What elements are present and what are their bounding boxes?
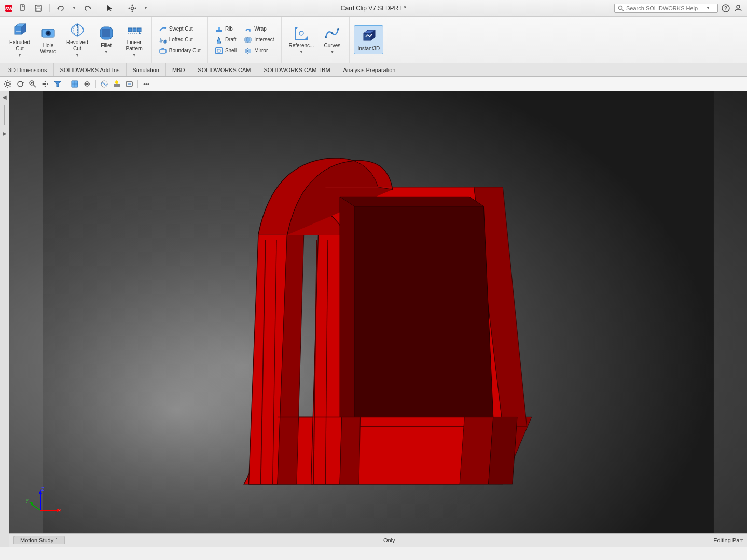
viewport[interactable]: z x y Motion Study 1 Only Editing Part (9, 91, 747, 547)
linear-pattern-dropdown[interactable]: ▼ (132, 53, 136, 58)
collapse-left-btn[interactable]: ◀ (1, 93, 8, 101)
y-axis-label: y (26, 497, 29, 503)
statusbar: Motion Study 1 Only Editing Part (9, 533, 747, 547)
undo-btn[interactable] (54, 3, 67, 13)
svg-rect-44 (217, 49, 220, 52)
fillet-dropdown[interactable]: ▼ (104, 50, 108, 54)
svg-marker-6 (57, 7, 59, 10)
rib-btn[interactable]: Rib (212, 24, 239, 34)
tab-solidworks-addins[interactable]: SOLIDWORKS Add-Ins (54, 63, 127, 76)
svg-marker-8 (107, 5, 112, 11)
left-panel: ◀ ▶ (0, 91, 9, 547)
extruded-cut-btn[interactable]: ExtrudedCut ▼ (6, 20, 33, 60)
tab-solidworks-cam[interactable]: SOLIDWORKS CAM (191, 63, 257, 76)
svg-text:SW: SW (5, 6, 13, 11)
hide-show-btn[interactable] (81, 78, 93, 90)
cursor-btn[interactable] (104, 3, 116, 13)
fillet-label: Fillet (101, 43, 112, 49)
instant3d-btn[interactable]: Instant3D (354, 25, 383, 54)
search-input[interactable] (626, 5, 704, 11)
svg-marker-111 (354, 206, 493, 417)
rotate-view-btn[interactable] (15, 78, 26, 90)
expand-left-btn[interactable]: ▶ (1, 130, 8, 137)
x-axis-label: x (58, 508, 61, 513)
tab-mbd[interactable]: MBD (166, 63, 191, 76)
tab-solidworks-cam-tbm[interactable]: SOLIDWORKS CAM TBM (257, 63, 337, 76)
user-icon[interactable] (734, 4, 743, 13)
svg-point-93 (115, 81, 118, 84)
svg-marker-7 (90, 7, 91, 10)
tab-analysis-preparation[interactable]: Analysis Preparation (337, 63, 403, 76)
curves-btn[interactable]: Curves ▼ (319, 23, 345, 57)
toolbar2: ••• (0, 77, 747, 91)
view-settings-btn[interactable] (2, 78, 13, 90)
mirror-btn[interactable]: Mirror (241, 46, 276, 56)
view-settings2-btn[interactable] (123, 78, 135, 90)
options-dropdown[interactable]: ▼ (142, 5, 150, 11)
selection-filter-btn[interactable] (52, 78, 63, 90)
options-btn[interactable] (126, 3, 139, 13)
tools-left-stack: Rib Draft Shell (212, 24, 239, 56)
draft-btn[interactable]: Draft (212, 35, 239, 45)
extruded-cut-dropdown[interactable]: ▼ (18, 53, 22, 58)
zoom-btn[interactable] (27, 78, 38, 90)
new-btn[interactable] (17, 3, 29, 13)
z-axis-label: z (42, 486, 44, 492)
main-area: ◀ ▶ (0, 91, 747, 547)
help-icon[interactable]: ? (721, 4, 730, 13)
intersect-btn[interactable]: Intersect (241, 35, 276, 45)
sw-logo-icon[interactable]: SW (4, 4, 13, 13)
linear-pattern-btn[interactable]: LinearPattern ▼ (121, 20, 147, 60)
svg-point-71 (5, 86, 6, 87)
shell-icon (215, 47, 223, 55)
fillet-btn[interactable]: Fillet ▼ (93, 23, 119, 57)
pan-btn[interactable] (39, 78, 51, 90)
intersect-label: Intersect (254, 37, 274, 43)
redo-btn[interactable] (81, 3, 94, 13)
undo-dropdown[interactable]: ▼ (70, 5, 78, 11)
revolved-cut-dropdown[interactable]: ▼ (75, 53, 79, 58)
svg-point-9 (131, 7, 133, 9)
curves-label: Curves (324, 43, 341, 49)
reference-geometry-btn[interactable]: Referenc... ▼ (286, 23, 317, 57)
svg-rect-5 (36, 8, 40, 11)
motion-study-tab[interactable]: Motion Study 1 (13, 536, 65, 544)
ribbon-group-instant3d: Instant3D (350, 17, 388, 63)
ribbon: ExtrudedCut ▼ HoleWizard (0, 17, 747, 63)
titlebar-left: SW ▼ ▼ (4, 3, 150, 13)
left-divider (4, 105, 5, 125)
tab-3d-dimensions[interactable]: 3D Dimensions (2, 63, 54, 76)
save-btn[interactable] (32, 3, 45, 13)
reference-dropdown[interactable]: ▼ (299, 50, 303, 54)
appearance-btn[interactable] (99, 78, 110, 90)
rib-icon (215, 25, 223, 33)
wrap-btn[interactable]: Wrap (241, 24, 276, 34)
hole-wizard-btn[interactable]: HoleWizard (35, 23, 61, 57)
svg-point-25 (47, 32, 49, 34)
scene-btn[interactable] (111, 78, 122, 90)
cut-stack: Swept Cut Lofted Cut Boundary Cut (156, 24, 203, 56)
sep-toolbar2 (66, 80, 66, 88)
search-dropdown[interactable]: ▼ (706, 6, 710, 10)
swept-cut-btn[interactable]: Swept Cut (156, 24, 203, 34)
svg-point-10 (131, 4, 133, 6)
boundary-cut-btn[interactable]: Boundary Cut (156, 46, 203, 56)
curves-dropdown[interactable]: ▼ (330, 50, 334, 54)
svg-rect-83 (44, 83, 46, 85)
svg-rect-35 (164, 27, 166, 29)
svg-rect-39 (160, 49, 166, 53)
display-style-btn[interactable] (69, 78, 80, 90)
revolved-cut-btn[interactable]: RevolvedCut ▼ (63, 20, 91, 60)
extruded-cut-label: ExtrudedCut (9, 39, 30, 52)
svg-marker-109 (340, 197, 483, 206)
more-btn[interactable]: ••• (141, 78, 152, 90)
svg-point-13 (134, 7, 136, 9)
lofted-cut-btn[interactable]: Lofted Cut (156, 35, 203, 45)
svg-marker-41 (218, 27, 220, 30)
shell-btn[interactable]: Shell (212, 46, 239, 56)
search-bar[interactable]: ▼ (614, 4, 718, 13)
sep3 (121, 4, 121, 12)
tab-simulation[interactable]: Simulation (127, 63, 166, 76)
svg-point-59 (337, 28, 339, 30)
swept-cut-label: Swept Cut (169, 26, 193, 32)
